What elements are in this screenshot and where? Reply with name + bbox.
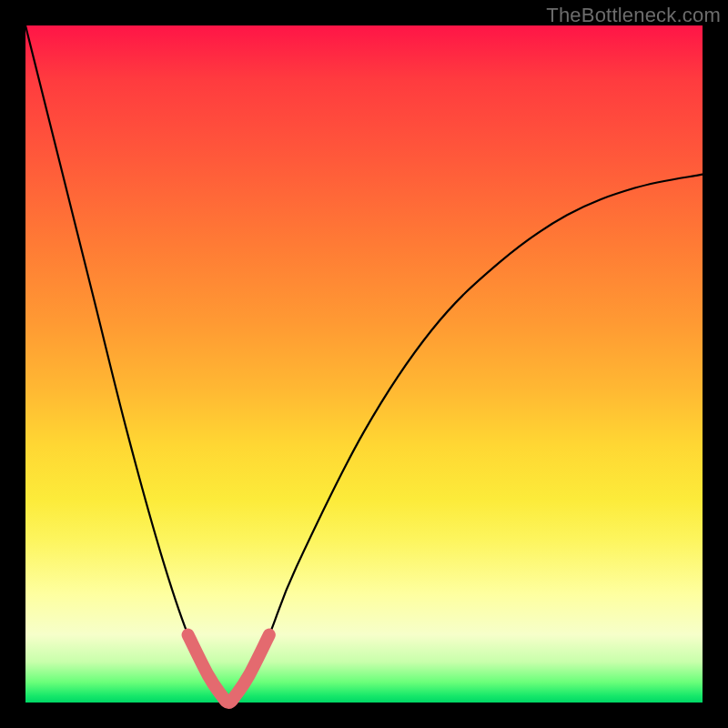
- chart-frame: TheBottleneck.com: [0, 0, 728, 728]
- plot-area: [25, 25, 703, 703]
- watermark-text: TheBottleneck.com: [546, 4, 721, 27]
- curve-layer: [25, 25, 703, 703]
- bottleneck-curve: [25, 25, 703, 703]
- highlight-band: [188, 635, 269, 703]
